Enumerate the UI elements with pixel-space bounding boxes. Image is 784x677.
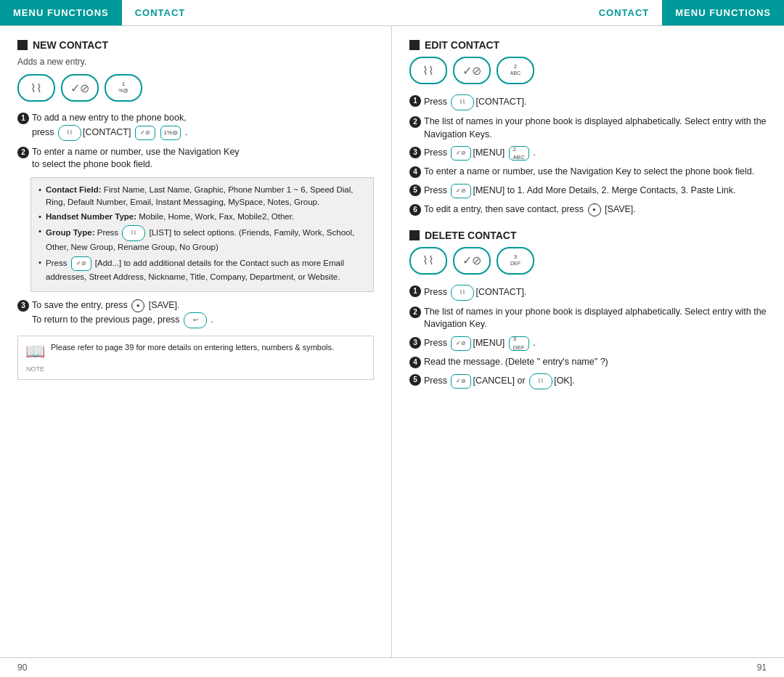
edit-step-3-content: Press ✓⊘[MENU] 2 ABC . bbox=[424, 146, 767, 161]
delete-steps: 1 Press ⌇⌇[CONTACT]. 2 The list of names… bbox=[409, 285, 767, 390]
delete-step-5-content: Press ✓⊘[CANCEL] or ⌇⌇[OK]. bbox=[424, 373, 767, 389]
edit-nav-button-1: ⌇⌇ bbox=[409, 57, 447, 84]
note-text: Please refer to page 39 for more details… bbox=[51, 342, 366, 353]
delete-step-2: 2 The list of names in your phone book i… bbox=[409, 306, 767, 331]
step-2: 2 To enter a name or number, use the Nav… bbox=[17, 146, 374, 171]
edit-contact-title: EDIT CONTACT bbox=[409, 39, 767, 51]
delete-contact-btn-row: ⌇⌇ ✓⊘ 3DEF bbox=[409, 247, 767, 275]
edit-step-6: 6 To edit a entry, then save contact, pr… bbox=[409, 203, 767, 216]
delete-step-4-num: 4 bbox=[409, 357, 421, 368]
step-3-content: To save the entry, press ● [SAVE]. To re… bbox=[32, 299, 374, 328]
left-panel: NEW CONTACT Adds a new entry. ⌇⌇ ✓⊘ 1%@ … bbox=[0, 26, 392, 657]
edit-step-5-content: Press ✓⊘[MENU] to 1. Add More Details, 2… bbox=[424, 184, 767, 198]
edit-nav-button-2: ✓⊘ bbox=[453, 57, 491, 84]
left-menu-functions-tab: MENU FUNCTIONS bbox=[0, 0, 122, 25]
delete-step-1-num: 1 bbox=[409, 285, 421, 297]
edit-step-2-content: The list of names in your phone book is … bbox=[424, 115, 767, 141]
right-panel: EDIT CONTACT ⌇⌇ ✓⊘ 2ABC 1 Press ⌇⌇[CONTA… bbox=[392, 26, 784, 657]
delete-contact-section: DELETE CONTACT ⌇⌇ ✓⊘ 3DEF 1 Pr bbox=[409, 230, 767, 390]
edit-step-5: 5 Press ✓⊘[MENU] to 1. Add More Details,… bbox=[409, 184, 767, 198]
edit-step-1-content: Press ⌇⌇[CONTACT]. bbox=[424, 94, 767, 110]
edit-step-3-num: 3 bbox=[409, 147, 421, 158]
new-contact-steps: 1 To add a new entry to the phone book, … bbox=[17, 112, 374, 328]
right-menu-functions-tab: MENU FUNCTIONS bbox=[662, 0, 784, 25]
nav-button-2: ✓⊘ bbox=[61, 74, 99, 102]
d3-three-key: 3 DEF bbox=[509, 336, 529, 351]
note-label: NOTE bbox=[26, 365, 44, 374]
one-key-icon: 1%@ bbox=[160, 126, 181, 140]
edit-nav-button-3: 2ABC bbox=[497, 57, 534, 84]
right-page-number: 91 bbox=[392, 662, 767, 673]
info-list: Contact Field: First Name, Last Name, Gr… bbox=[38, 184, 366, 283]
delete-step-3-num: 3 bbox=[409, 337, 421, 349]
delete-contact-title: DELETE CONTACT bbox=[409, 230, 767, 241]
note-book-icon: 📖 bbox=[25, 341, 45, 363]
d5-ok-key: ⌇⌇ bbox=[529, 373, 552, 389]
right-contact-label: CONTACT bbox=[586, 0, 663, 25]
header: MENU FUNCTIONS CONTACT CONTACT MENU FUNC… bbox=[0, 0, 784, 26]
delete-step-1-content: Press ⌇⌇[CONTACT]. bbox=[424, 285, 767, 301]
edit-step-2-num: 2 bbox=[409, 116, 421, 128]
edit-title-square-icon bbox=[409, 40, 420, 50]
edit-step-4-num: 4 bbox=[409, 166, 421, 178]
d3-check-key: ✓⊘ bbox=[451, 336, 471, 351]
delete-step-5: 5 Press ✓⊘[CANCEL] or ⌇⌇[OK]. bbox=[409, 373, 767, 389]
new-contact-title: NEW CONTACT bbox=[17, 39, 374, 51]
left-contact-label: CONTACT bbox=[122, 0, 199, 25]
header-left: MENU FUNCTIONS CONTACT bbox=[0, 0, 392, 25]
save-circle-icon: ● bbox=[131, 299, 144, 312]
delete-title-square-icon bbox=[409, 230, 420, 240]
back-key-icon: ↩ bbox=[184, 312, 207, 328]
e5-check-key: ✓⊘ bbox=[451, 184, 471, 198]
new-contact-btn-row: ⌇⌇ ✓⊘ 1%@ bbox=[17, 74, 374, 102]
info-item-1: Contact Field: First Name, Last Name, Gr… bbox=[38, 184, 366, 209]
edit-step-1: 1 Press ⌇⌇[CONTACT]. bbox=[409, 94, 767, 110]
step-1-num: 1 bbox=[17, 113, 29, 124]
footer: 90 91 bbox=[0, 657, 784, 677]
edit-step-2: 2 The list of names in your phone book i… bbox=[409, 115, 767, 141]
info-item-4: Press ✓⊘ [Add...] to add additional deta… bbox=[38, 256, 366, 283]
new-contact-subtitle: Adds a new entry. bbox=[17, 57, 374, 67]
delete-step-1: 1 Press ⌇⌇[CONTACT]. bbox=[409, 285, 767, 301]
edit-step-1-num: 1 bbox=[409, 95, 421, 107]
left-page-number: 90 bbox=[17, 662, 392, 673]
edit-step-3: 3 Press ✓⊘[MENU] 2 ABC . bbox=[409, 146, 767, 161]
title-square-icon bbox=[17, 40, 28, 50]
delete-step-5-num: 5 bbox=[409, 374, 421, 386]
step-1-content: To add a new entry to the phone book, pr… bbox=[32, 112, 374, 141]
edit-step-4: 4 To enter a name or number, use the Nav… bbox=[409, 166, 767, 179]
delete-step-3-content: Press ✓⊘[MENU] 3 DEF . bbox=[424, 336, 767, 351]
delete-nav-button-2: ✓⊘ bbox=[453, 247, 491, 275]
note-box: 📖 NOTE Please refer to page 39 for more … bbox=[17, 336, 374, 380]
edit-step-6-num: 6 bbox=[409, 204, 421, 216]
add-key-icon: ✓⊘ bbox=[71, 256, 91, 271]
d1-contact-key: ⌇⌇ bbox=[451, 285, 474, 301]
delete-step-4: 4 Read the message. (Delete " entry's na… bbox=[409, 356, 767, 369]
delete-step-4-content: Read the message. (Delete " entry's name… bbox=[424, 356, 767, 369]
edit-step-6-content: To edit a entry, then save contact, pres… bbox=[424, 203, 767, 216]
delete-step-3: 3 Press ✓⊘[MENU] 3 DEF . bbox=[409, 336, 767, 351]
info-box: Contact Field: First Name, Last Name, Gr… bbox=[30, 177, 374, 292]
step-2-num: 2 bbox=[17, 147, 29, 158]
main-content: NEW CONTACT Adds a new entry. ⌇⌇ ✓⊘ 1%@ … bbox=[0, 26, 784, 657]
e6-save-circle: ● bbox=[588, 203, 601, 216]
delete-step-2-num: 2 bbox=[409, 307, 421, 318]
nav-button-3: 1%@ bbox=[105, 74, 142, 102]
edit-contact-btn-row: ⌇⌇ ✓⊘ 2ABC bbox=[409, 57, 767, 84]
edit-step-4-content: To enter a name or number, use the Navig… bbox=[424, 166, 767, 179]
e3-two-key: 2 ABC bbox=[509, 146, 529, 161]
step-2-content: To enter a name or number, use the Navig… bbox=[32, 146, 374, 171]
list-key-icon: ⌇⌇ bbox=[122, 225, 145, 241]
d5-check-key: ✓⊘ bbox=[451, 374, 471, 389]
contact-key-icon: ⌇⌇ bbox=[58, 125, 81, 141]
edit-steps: 1 Press ⌇⌇[CONTACT]. 2 The list of names… bbox=[409, 94, 767, 216]
edit-step-5-num: 5 bbox=[409, 185, 421, 196]
e3-check-key: ✓⊘ bbox=[451, 146, 471, 161]
delete-nav-button-3: 3DEF bbox=[497, 247, 534, 275]
header-right: CONTACT MENU FUNCTIONS bbox=[392, 0, 784, 25]
e1-contact-key: ⌇⌇ bbox=[451, 94, 474, 110]
check-key-icon: ✓⊘ bbox=[135, 126, 155, 140]
step-1: 1 To add a new entry to the phone book, … bbox=[17, 112, 374, 141]
nav-button-1: ⌇⌇ bbox=[17, 74, 55, 102]
delete-step-2-content: The list of names in your phone book is … bbox=[424, 306, 767, 331]
